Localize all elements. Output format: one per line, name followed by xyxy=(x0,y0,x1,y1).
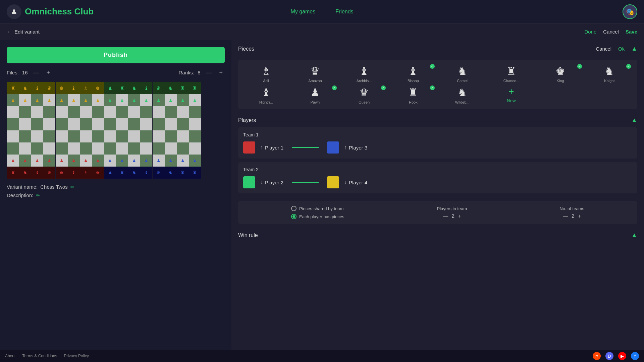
board-cell[interactable]: ♞ xyxy=(19,167,31,179)
board-cell[interactable]: ♝ xyxy=(140,82,152,94)
board-cell[interactable] xyxy=(140,142,152,155)
board-cell[interactable] xyxy=(140,130,152,142)
board-cell[interactable] xyxy=(7,130,19,142)
done-button[interactable]: Done xyxy=(584,29,596,35)
board-cell[interactable]: ♜ xyxy=(116,167,128,179)
board-cell[interactable] xyxy=(128,130,140,142)
piece-chancellor[interactable]: ♜Chance... xyxy=(488,65,534,83)
board-cell[interactable]: ♟ xyxy=(56,155,68,167)
board-cell[interactable] xyxy=(116,130,128,142)
board-cell[interactable] xyxy=(153,130,165,142)
board-cell[interactable]: ♟ xyxy=(56,94,68,106)
edit-description-icon[interactable]: ✏ xyxy=(36,193,40,198)
board-cell[interactable]: ♟ xyxy=(128,155,140,167)
board-cell[interactable] xyxy=(19,118,31,130)
no-of-teams-decrease[interactable]: — xyxy=(563,213,568,219)
board-cell[interactable]: ♞ xyxy=(128,82,140,94)
board-cell[interactable] xyxy=(165,118,177,130)
players-in-team-increase[interactable]: + xyxy=(458,213,461,219)
board-cell[interactable] xyxy=(56,142,68,155)
board-cell[interactable]: ♟ xyxy=(116,155,128,167)
board-cell[interactable]: ♟ xyxy=(189,155,201,167)
piece-nightrider[interactable]: ♝Nightri... xyxy=(243,86,289,104)
board-cell[interactable] xyxy=(80,118,92,130)
board-cell[interactable]: ♞ xyxy=(165,82,177,94)
board-cell[interactable] xyxy=(153,118,165,130)
board-cell[interactable] xyxy=(80,130,92,142)
board-cell[interactable]: ♜ xyxy=(7,82,19,94)
board-cell[interactable]: ♚ xyxy=(92,167,104,179)
board-cell[interactable]: ♜ xyxy=(7,167,19,179)
board-cell[interactable] xyxy=(189,106,201,118)
board-cell[interactable]: ♚ xyxy=(92,82,104,94)
board-cell[interactable]: ♚ xyxy=(56,167,68,179)
board-cell[interactable]: ♟ xyxy=(7,94,19,106)
publish-button[interactable]: Publish xyxy=(7,47,225,63)
board-cell[interactable] xyxy=(43,106,55,118)
each-player-option[interactable]: Each player has pieces xyxy=(291,214,344,219)
board-cell[interactable]: ♟ xyxy=(80,155,92,167)
board-cell[interactable]: ♜ xyxy=(177,167,189,179)
pieces-shared-radio[interactable] xyxy=(291,206,297,211)
back-button[interactable]: ← Edit variant xyxy=(7,29,40,35)
files-increase-button[interactable]: + xyxy=(45,68,52,77)
board-cell[interactable] xyxy=(116,142,128,155)
board-cell[interactable] xyxy=(165,130,177,142)
board-cell[interactable] xyxy=(19,130,31,142)
board-cell[interactable]: ♛ xyxy=(43,82,55,94)
pieces-shared-option[interactable]: Pieces shared by team xyxy=(291,206,344,211)
board-cell[interactable]: ♟ xyxy=(153,155,165,167)
board-cell[interactable]: ♟ xyxy=(189,94,201,106)
board-cell[interactable] xyxy=(68,142,80,155)
board-cell[interactable] xyxy=(140,106,152,118)
board-cell[interactable] xyxy=(189,130,201,142)
board-cell[interactable]: ♟ xyxy=(165,155,177,167)
reddit-icon[interactable]: r/ xyxy=(593,352,601,360)
footer-terms[interactable]: Terms & Conditions xyxy=(22,354,57,358)
edit-name-icon[interactable]: ✏ xyxy=(70,184,74,190)
ranks-increase-button[interactable]: + xyxy=(217,68,225,77)
piece-pawn[interactable]: ♟Pawn✓ xyxy=(292,86,338,104)
board-cell[interactable] xyxy=(104,106,116,118)
board-cell[interactable] xyxy=(177,106,189,118)
user-avatar[interactable]: 🎭 xyxy=(623,4,637,19)
piece-knight[interactable]: ♞Knight✓ xyxy=(587,65,632,83)
board-cell[interactable] xyxy=(92,106,104,118)
board-cell[interactable]: ♟ xyxy=(92,94,104,106)
board-cell[interactable] xyxy=(19,106,31,118)
board-cell[interactable] xyxy=(104,130,116,142)
board-cell[interactable] xyxy=(68,106,80,118)
board-cell[interactable]: ♟ xyxy=(104,94,116,106)
new-piece-button[interactable]: + New xyxy=(488,86,534,104)
piece-archbishop[interactable]: ♝Archbis... xyxy=(341,65,387,83)
board-cell[interactable] xyxy=(43,142,55,155)
board-cell[interactable] xyxy=(189,142,201,155)
players-collapse-icon[interactable]: ▲ xyxy=(631,117,637,124)
board-cell[interactable]: ♟ xyxy=(68,94,80,106)
board-cell[interactable]: ♞ xyxy=(19,82,31,94)
footer-about[interactable]: About xyxy=(5,354,15,358)
board-cell[interactable] xyxy=(104,118,116,130)
save-button[interactable]: Save xyxy=(626,29,637,35)
nav-my-games[interactable]: My games xyxy=(290,9,315,15)
piece-amazon[interactable]: ♛Amazon xyxy=(292,65,338,83)
board-cell[interactable]: ♟ xyxy=(128,94,140,106)
board-cell[interactable] xyxy=(31,142,43,155)
board-cell[interactable]: ♟ xyxy=(177,94,189,106)
board-cell[interactable] xyxy=(92,142,104,155)
board-cell[interactable] xyxy=(140,118,152,130)
board-cell[interactable]: ♟ xyxy=(19,155,31,167)
ranks-decrease-button[interactable]: — xyxy=(204,68,214,77)
board-cell[interactable] xyxy=(68,118,80,130)
board-cell[interactable] xyxy=(92,130,104,142)
board-cell[interactable] xyxy=(116,106,128,118)
board-cell[interactable]: ♟ xyxy=(92,155,104,167)
board-cell[interactable] xyxy=(128,118,140,130)
board-cell[interactable]: ♝ xyxy=(31,167,43,179)
board-cell[interactable] xyxy=(153,142,165,155)
board-cell[interactable] xyxy=(68,130,80,142)
board-cell[interactable]: ♞ xyxy=(128,167,140,179)
board-cell[interactable] xyxy=(177,118,189,130)
piece-queen[interactable]: ♛Queen✓ xyxy=(341,86,387,104)
board-cell[interactable] xyxy=(92,118,104,130)
